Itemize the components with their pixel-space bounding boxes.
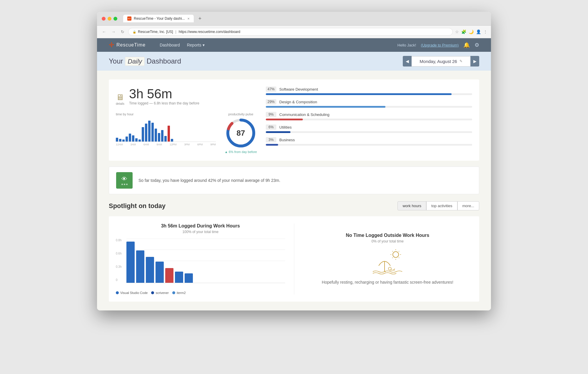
alert-dot-2 <box>124 184 125 185</box>
nav-reports-label: Reports ▾ <box>187 43 205 47</box>
legend-item-3: iterm2 <box>172 291 186 295</box>
date-header: Your Daily Dashboard ◀ Monday, August 26… <box>97 52 491 71</box>
bar-16 <box>164 136 167 142</box>
spotlight-header: Spotlight on today work hours top activi… <box>109 201 479 210</box>
time-sub: Time logged — 6.8h less than the day bef… <box>129 101 199 105</box>
date-edit-icon[interactable]: ✎ <box>460 59 462 63</box>
pulse-circle: 87 <box>226 118 255 148</box>
current-date-label: Monday, August 26 <box>420 59 457 64</box>
category-software: 47% Software Development <box>266 87 472 95</box>
menu-icon[interactable]: ⋮ <box>483 29 487 34</box>
settings-icon[interactable]: ⚙ <box>475 42 479 48</box>
browser-window: RT RescueTime - Your Daily dashi... ✕ + … <box>97 12 491 310</box>
upgrade-link[interactable]: (Upgrade to Premium) <box>421 43 459 47</box>
lock-icon: 🔒 <box>133 30 136 34</box>
header-right: Hello Jack! (Upgrade to Premium) 🔔 ⚙ <box>397 42 479 48</box>
minimize-dot[interactable] <box>108 17 111 21</box>
profile-icon[interactable]: 👤 <box>476 29 481 34</box>
new-tab-button[interactable]: + <box>198 16 202 22</box>
logo-text: RescueTime <box>116 42 146 48</box>
vbar-4 <box>156 262 164 283</box>
bar-10 <box>145 124 147 142</box>
time-info: 3h 56m Time logged — 6.8h less than the … <box>129 87 199 111</box>
main-content: 🖥 details 3h 56m Time logged — 6.8h less… <box>97 71 491 310</box>
tab-more[interactable]: more... <box>457 201 479 210</box>
bar-9 <box>142 127 144 142</box>
legend-label-1: Visual Studio Code <box>120 291 148 295</box>
bar-2 <box>119 139 121 142</box>
alert-text: So far today, you have logged around 42%… <box>138 178 280 183</box>
back-button[interactable]: ← <box>101 29 108 35</box>
tab-title: RescueTime - Your Daily dashi... <box>134 16 185 21</box>
next-date-button[interactable]: ▶ <box>470 56 479 67</box>
time-label-12am: 12AM <box>116 143 123 146</box>
star-icon[interactable]: ☆ <box>455 29 459 34</box>
tab-top-activities[interactable]: top activities <box>426 201 457 210</box>
moon-icon[interactable]: 🌙 <box>469 29 474 34</box>
work-chart-right: No Time Logged Outside Work Hours 0% of … <box>294 223 472 295</box>
y-axis: 0.8h 0.6h 0.3h 0 <box>116 239 121 283</box>
tab-close-button[interactable]: ✕ <box>187 17 190 20</box>
url-display: https://www.rescuetime.com/dashboard <box>179 30 240 34</box>
category-header-2: 29% Design & Composition <box>266 99 472 104</box>
time-display: 🖥 details 3h 56m Time logged — 6.8h less… <box>116 87 257 111</box>
category-bar-fill-5 <box>266 144 278 146</box>
time-by-hour: time by hour <box>116 112 216 146</box>
address-bar[interactable]: 🔒 RescueTime, Inc. [US] | https://www.re… <box>128 28 453 36</box>
time-number: 3h 56m <box>129 87 199 101</box>
bar-11 <box>148 121 151 142</box>
pulse-label: productivity pulse <box>225 112 257 116</box>
time-label-12pm: 12PM <box>170 143 177 146</box>
stats-left: 🖥 details 3h 56m Time logged — 6.8h less… <box>116 87 257 154</box>
hourly-bar-chart <box>116 118 216 142</box>
close-dot[interactable] <box>102 17 106 21</box>
work-chart-right-title: No Time Logged Outside Work Hours <box>346 233 429 238</box>
category-bar-fill-2 <box>266 106 385 108</box>
alert-dots <box>121 184 128 185</box>
vbar-2 <box>136 250 144 283</box>
prev-date-button[interactable]: ◀ <box>403 56 412 67</box>
extensions-icon[interactable]: 🧩 <box>461 29 466 34</box>
chart-times: 12AM 3AM 6AM 9AM 12PM 3PM 6PM 9PM <box>116 143 216 146</box>
refresh-button[interactable]: ↻ <box>119 29 126 35</box>
vbar-6 <box>175 272 183 283</box>
date-navigator: ◀ Monday, August 26 ✎ ▶ <box>403 56 479 67</box>
bar-14 <box>158 133 160 142</box>
y-label-0: 0 <box>116 278 121 282</box>
title-italic: Daily <box>125 57 145 66</box>
time-label-3am: 3AM <box>131 143 136 146</box>
category-name-5: Business <box>279 138 295 142</box>
tab-work-hours[interactable]: work hours <box>397 201 426 210</box>
legend-label-2: scrivener <box>156 291 169 295</box>
details-label[interactable]: details <box>116 102 124 105</box>
work-chart-left: 3h 56m Logged During Work Hours 100% of … <box>116 223 294 295</box>
category-utilities: 6% Utilities <box>266 124 472 133</box>
work-chart-left-title: 3h 56m Logged During Work Hours <box>116 223 285 229</box>
time-label-9am: 9AM <box>157 143 162 146</box>
hello-text: Hello Jack! <box>397 43 416 47</box>
nav-reports[interactable]: Reports ▾ <box>187 43 205 47</box>
monitor-icon: 🖥 <box>116 92 124 102</box>
time-label-9pm: 9PM <box>211 143 216 146</box>
svg-point-13 <box>388 267 391 270</box>
nav-dashboard[interactable]: Dashboard <box>160 43 180 47</box>
category-name-3: Communication & Scheduling <box>279 112 330 117</box>
legend-label-3: iterm2 <box>177 291 186 295</box>
svg-point-3 <box>393 252 399 257</box>
svg-line-9 <box>399 257 399 258</box>
stats-section: 🖥 details 3h 56m Time logged — 6.8h less… <box>109 79 479 161</box>
vbar-7 <box>185 273 193 283</box>
category-design: 29% Design & Composition <box>266 99 472 108</box>
category-name-1: Software Development <box>279 87 318 92</box>
alert-icon-box: 👁 <box>116 172 133 189</box>
category-bar-bg-1 <box>266 93 472 95</box>
window-controls <box>102 17 117 21</box>
maximize-dot[interactable] <box>113 17 117 21</box>
svg-line-8 <box>392 251 393 252</box>
bell-icon[interactable]: 🔔 <box>463 42 470 48</box>
bar-7 <box>135 138 138 142</box>
browser-tab[interactable]: RT RescueTime - Your Daily dashi... ✕ <box>123 15 194 22</box>
bar-17 <box>168 126 170 142</box>
category-bar-bg-5 <box>266 144 472 146</box>
forward-button[interactable]: → <box>110 29 117 35</box>
